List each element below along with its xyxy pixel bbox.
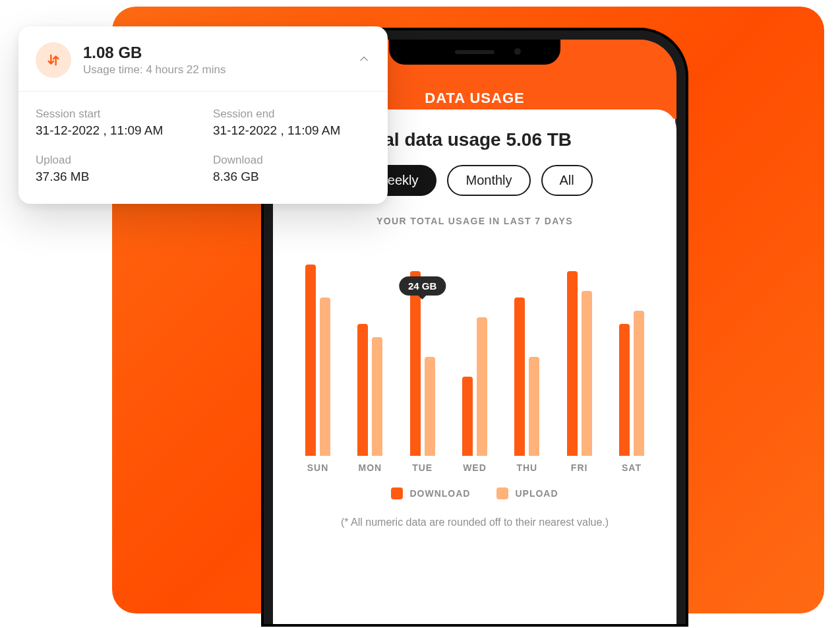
bar-group[interactable] bbox=[347, 324, 392, 456]
bar-download[interactable] bbox=[514, 298, 525, 456]
session-amount: 1.08 GB bbox=[83, 44, 345, 62]
usage-bar-chart: 24 GB bbox=[289, 238, 661, 456]
x-label: SAT bbox=[609, 462, 654, 473]
x-label: FRI bbox=[557, 462, 602, 473]
bar-group[interactable] bbox=[295, 265, 340, 456]
bar-download[interactable] bbox=[357, 324, 368, 456]
session-header[interactable]: 1.08 GB Usage time: 4 hours 22 mins bbox=[18, 26, 388, 92]
bar-group[interactable]: 24 GB bbox=[400, 271, 445, 456]
x-label: SUN bbox=[295, 462, 340, 473]
chart-legend: DOWNLOAD UPLOAD bbox=[289, 487, 661, 499]
bar-upload[interactable] bbox=[425, 357, 435, 456]
session-upload-value: 37.36 MB bbox=[36, 170, 193, 184]
total-usage-prefix: tal data usage bbox=[378, 129, 506, 150]
session-upload-label: Upload bbox=[36, 154, 193, 167]
chart-footnote: (* All numeric data are rounded off to t… bbox=[289, 517, 661, 528]
session-download-value: 8.36 GB bbox=[213, 170, 371, 184]
legend-swatch-upload bbox=[496, 487, 508, 499]
bar-upload[interactable] bbox=[634, 311, 644, 456]
tab-all[interactable]: All bbox=[541, 165, 593, 196]
legend-swatch-download bbox=[391, 487, 403, 499]
bar-group[interactable] bbox=[452, 317, 497, 456]
bar-download[interactable] bbox=[305, 265, 316, 456]
x-label: WED bbox=[452, 462, 497, 473]
bar-download[interactable] bbox=[619, 324, 630, 456]
x-label: MON bbox=[347, 462, 392, 473]
data-transfer-icon bbox=[36, 42, 71, 78]
session-end-label: Session end bbox=[213, 108, 371, 121]
bar-download[interactable] bbox=[462, 377, 473, 456]
x-label: TUE bbox=[400, 462, 445, 473]
x-label: THU bbox=[504, 462, 549, 473]
session-start-value: 31-12-2022 , 11:09 AM bbox=[36, 123, 193, 138]
chart-caption: YOUR TOTAL USAGE IN LAST 7 DAYS bbox=[289, 216, 661, 226]
session-end: Session end 31-12-2022 , 11:09 AM bbox=[213, 108, 371, 138]
total-usage-value: 5.06 TB bbox=[506, 129, 572, 150]
bar-group[interactable] bbox=[609, 311, 654, 456]
page-title: DATA USAGE bbox=[425, 90, 524, 107]
chart-x-labels: SUNMONTUEWEDTHUFRISAT bbox=[289, 456, 661, 473]
phone-notch bbox=[389, 40, 560, 65]
session-start: Session start 31-12-2022 , 11:09 AM bbox=[36, 108, 193, 138]
session-start-label: Session start bbox=[36, 108, 193, 121]
bar-group[interactable] bbox=[504, 298, 549, 456]
session-upload: Upload 37.36 MB bbox=[36, 154, 193, 184]
legend-upload: UPLOAD bbox=[496, 487, 558, 499]
legend-download-label: DOWNLOAD bbox=[409, 488, 470, 499]
bar-upload[interactable] bbox=[320, 298, 330, 456]
session-usage-time: Usage time: 4 hours 22 mins bbox=[83, 63, 345, 77]
bar-upload[interactable] bbox=[477, 317, 487, 456]
bar-upload[interactable] bbox=[372, 337, 382, 456]
legend-download: DOWNLOAD bbox=[391, 487, 470, 499]
bar-download[interactable] bbox=[567, 271, 578, 456]
chart-tooltip: 24 GB bbox=[399, 276, 446, 296]
bar-upload[interactable] bbox=[529, 357, 539, 456]
tab-monthly[interactable]: Monthly bbox=[447, 165, 530, 196]
bar-group[interactable] bbox=[557, 271, 602, 456]
session-download-label: Download bbox=[213, 154, 371, 167]
session-end-value: 31-12-2022 , 11:09 AM bbox=[213, 123, 371, 138]
chevron-up-icon[interactable] bbox=[357, 52, 371, 68]
legend-upload-label: UPLOAD bbox=[515, 488, 558, 499]
bar-upload[interactable] bbox=[582, 291, 592, 456]
session-download: Download 8.36 GB bbox=[213, 154, 371, 184]
session-card: 1.08 GB Usage time: 4 hours 22 mins Sess… bbox=[18, 26, 388, 204]
